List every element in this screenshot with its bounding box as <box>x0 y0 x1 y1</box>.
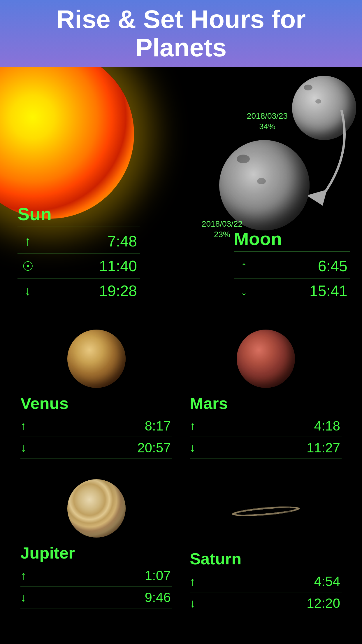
mars-name: Mars <box>190 394 228 413</box>
moon-set-icon: ↓ <box>234 284 254 298</box>
moon-set-time: 15:41 <box>310 282 347 300</box>
venus-graphic <box>67 330 126 388</box>
venus-mars-row: Venus ↑ 8:17 ↓ 20:57 Mars ↑ 4:18 <box>12 321 350 470</box>
moon-panel: Moon ↑ 6:45 ↓ 15:41 <box>234 228 350 303</box>
mars-times: ↑ 4:18 ↓ 11:27 <box>190 415 342 459</box>
sun-set-icon: ↓ <box>17 284 38 298</box>
sun-panel: Sun ↑ 7:48 ☉ 11:40 ↓ 19:28 <box>17 204 140 303</box>
jupiter-cell: Jupiter ↑ 1:07 ↓ 9:46 <box>12 470 181 626</box>
jupiter-rise-row: ↑ 1:07 <box>20 565 172 587</box>
venus-cell: Venus ↑ 8:17 ↓ 20:57 <box>12 321 181 470</box>
sun-set-time: 19:28 <box>99 282 137 300</box>
moon-rise-icon: ↑ <box>234 259 254 273</box>
sun-transit-icon: ☉ <box>17 259 38 274</box>
venus-name: Venus <box>20 394 68 413</box>
saturn-set-icon: ↓ <box>190 597 207 610</box>
mars-set-icon: ↓ <box>190 441 207 454</box>
moon-rise-time: 6:45 <box>318 257 347 275</box>
jupiter-set-icon: ↓ <box>20 591 38 604</box>
hero-section: 2018/03/23 34% 2018/03/22 23% Sun ↑ 7:48… <box>0 67 362 321</box>
venus-set-icon: ↓ <box>20 441 38 454</box>
sun-rise-icon: ↑ <box>17 234 38 249</box>
app-header: Rise & Set Hours for Planets <box>0 0 362 67</box>
mars-rise-time: 4:18 <box>314 418 340 434</box>
mars-rise-icon: ↑ <box>190 419 207 433</box>
jupiter-set-time: 9:46 <box>145 589 171 605</box>
venus-rise-row: ↑ 8:17 <box>20 415 172 437</box>
moon-set-row: ↓ 15:41 <box>234 279 350 303</box>
jupiter-set-row: ↓ 9:46 <box>20 587 172 608</box>
moon-area: 2018/03/23 34% 2018/03/22 23% <box>222 76 356 239</box>
jupiter-graphic <box>67 479 126 538</box>
sun-set-row: ↓ 19:28 <box>17 279 140 303</box>
mars-cell: Mars ↑ 4:18 ↓ 11:27 <box>181 321 350 470</box>
sun-graphic <box>0 67 134 219</box>
planets-grid: Venus ↑ 8:17 ↓ 20:57 Mars ↑ 4:18 <box>0 321 362 626</box>
sun-rise-time: 7:48 <box>108 232 137 250</box>
sun-rise-row: ↑ 7:48 <box>17 229 140 254</box>
saturn-rise-icon: ↑ <box>190 575 207 588</box>
svg-marker-0 <box>307 190 327 206</box>
mars-rise-row: ↑ 4:18 <box>190 415 342 437</box>
moon-name: Moon <box>234 228 350 249</box>
mars-set-time: 11:27 <box>307 440 340 456</box>
saturn-set-row: ↓ 12:20 <box>190 592 342 614</box>
moon-rise-row: ↑ 6:45 <box>234 254 350 279</box>
saturn-graphic-container <box>231 479 301 543</box>
sun-transit-row: ☉ 11:40 <box>17 254 140 279</box>
moon-divider <box>234 251 350 252</box>
sun-transit-time: 11:40 <box>99 257 137 275</box>
jupiter-rise-icon: ↑ <box>20 569 38 582</box>
mars-graphic <box>237 330 295 388</box>
mars-set-row: ↓ 11:27 <box>190 437 342 459</box>
saturn-set-time: 12:20 <box>307 595 340 611</box>
saturn-rise-time: 4:54 <box>314 573 340 589</box>
jupiter-rise-time: 1:07 <box>145 568 171 583</box>
sun-name: Sun <box>17 204 140 224</box>
jupiter-name: Jupiter <box>20 543 75 562</box>
moon-large-graphic <box>219 140 310 230</box>
saturn-times: ↑ 4:54 ↓ 12:20 <box>190 570 342 614</box>
page-title: Rise & Set Hours for Planets <box>12 5 350 62</box>
saturn-cell: Saturn ↑ 4:54 ↓ 12:20 <box>181 470 350 626</box>
saturn-name: Saturn <box>190 549 241 568</box>
venus-set-time: 20:57 <box>137 440 171 456</box>
saturn-globe <box>241 487 291 536</box>
jupiter-times: ↑ 1:07 ↓ 9:46 <box>20 565 172 608</box>
venus-rise-icon: ↑ <box>20 419 38 433</box>
jupiter-saturn-row: Jupiter ↑ 1:07 ↓ 9:46 Saturn <box>12 470 350 626</box>
venus-set-row: ↓ 20:57 <box>20 437 172 459</box>
venus-rise-time: 8:17 <box>145 418 171 434</box>
saturn-rise-row: ↑ 4:54 <box>190 570 342 592</box>
sun-divider <box>17 227 140 227</box>
venus-times: ↑ 8:17 ↓ 20:57 <box>20 415 172 459</box>
